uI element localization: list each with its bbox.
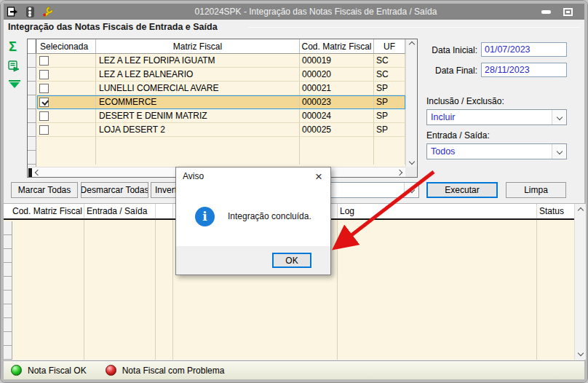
executar-button[interactable]: Executar xyxy=(426,182,498,198)
traffic-light-icon[interactable] xyxy=(21,5,39,18)
data-final-label: Data Final: xyxy=(419,66,477,76)
desmarcar-todas-button[interactable]: Desmarcar Todas xyxy=(81,182,148,198)
entrada-saida-label: Entrada / Saída: xyxy=(426,130,490,141)
cell-matriz: DESERT E DENIM MATRIZ xyxy=(96,109,300,123)
export-icon[interactable] xyxy=(7,60,20,76)
cell-selecionada xyxy=(37,68,96,82)
ok-button[interactable]: OK xyxy=(272,253,311,268)
minimize-button[interactable] xyxy=(538,6,554,17)
result-header-status[interactable]: Status xyxy=(539,206,564,216)
cell-matriz: LOJA DESERT 2 xyxy=(96,123,300,137)
dialog-title: Aviso xyxy=(176,167,330,185)
row-checkbox[interactable] xyxy=(39,125,49,135)
cell-uf: SC xyxy=(374,54,405,68)
status-legend-bar: Nota Fiscal OK Nota Fiscal com Problema xyxy=(4,360,584,379)
maximize-button[interactable] xyxy=(560,6,576,17)
cell-cod: 000023 xyxy=(300,95,374,109)
scroll-up-icon[interactable] xyxy=(406,39,418,50)
column-divider xyxy=(155,204,156,360)
column-divider xyxy=(84,204,84,360)
header-matriz-fiscal[interactable]: Matriz Fiscal xyxy=(96,39,300,53)
row-selector-column xyxy=(28,54,36,167)
marcar-todas-button[interactable]: Marcar Todas xyxy=(11,182,78,198)
cell-selecionada xyxy=(37,82,96,95)
status-ok-label: Nota Fiscal OK xyxy=(28,366,87,376)
groupbox-divider xyxy=(248,27,580,28)
table-body: LEZ A LEZ FLORIPA IGUATM 000019 SC LEZ A… xyxy=(37,54,405,167)
cell-uf: SC xyxy=(374,68,405,82)
limpa-button[interactable]: Limpa xyxy=(506,182,566,198)
dialog-footer: OK xyxy=(176,246,330,275)
table-row-empty xyxy=(37,151,405,165)
result-header-cod[interactable]: Cod. Matriz Fiscal xyxy=(12,206,82,216)
cell-selecionada xyxy=(37,109,96,123)
chevron-down-icon[interactable] xyxy=(404,183,418,197)
entrada-saida-select[interactable]: Todos xyxy=(426,143,567,159)
scroll-down-icon[interactable] xyxy=(406,157,418,167)
cell-uf: SP xyxy=(374,95,405,109)
page-title: Integração das Notas Fiscais de Entrada … xyxy=(8,22,218,32)
scroll-right-icon[interactable] xyxy=(394,167,405,178)
scroll-down-icon[interactable] xyxy=(575,348,587,358)
header-cod-matriz-fiscal[interactable]: Cod. Matriz Fiscal xyxy=(300,39,374,53)
info-icon: i xyxy=(195,207,215,226)
status-ok-icon xyxy=(11,365,22,376)
scroll-up-icon[interactable] xyxy=(575,205,587,216)
row-checkbox[interactable] xyxy=(39,56,49,66)
dialog-message: Integração concluída. xyxy=(228,211,311,221)
row-checkbox[interactable] xyxy=(39,98,49,107)
table-row-selected[interactable]: ECOMMERCE 000023 SP xyxy=(37,95,405,109)
sum-icon[interactable]: Σ xyxy=(9,39,17,55)
table-row-empty xyxy=(37,137,405,151)
entrada-saida-value: Todos xyxy=(427,146,552,157)
table-header: Selecionada Matriz Fiscal Cod. Matriz Fi… xyxy=(28,39,405,54)
cell-matriz: LEZ A LEZ FLORIPA IGUATM xyxy=(96,54,300,68)
cell-cod: 000024 xyxy=(300,109,374,123)
inclusao-exclusao-value: Incluir xyxy=(427,112,552,122)
table-row[interactable]: LUNELLI COMERCIAL AVARE 000021 SP xyxy=(37,82,405,95)
inclusao-exclusao-select[interactable]: Incluir xyxy=(426,109,567,125)
cell-uf: SP xyxy=(374,82,405,95)
aviso-dialog: Aviso × i Integração concluída. OK xyxy=(175,167,331,275)
row-checkbox[interactable] xyxy=(39,84,49,93)
data-final-input[interactable] xyxy=(481,63,567,77)
window-title: 012024SPK - Integração das Notas Fiscais… xyxy=(120,7,512,17)
data-inicial-input[interactable] xyxy=(481,42,567,57)
table-row[interactable]: LOJA DESERT 2 000025 SP xyxy=(37,123,405,137)
wrench-icon[interactable] xyxy=(39,5,56,18)
table-row[interactable]: LEZ A LEZ FLORIPA IGUATM 000019 SC xyxy=(37,54,405,68)
column-divider xyxy=(536,204,537,360)
cell-cod: 000019 xyxy=(300,54,374,68)
header-row-selector xyxy=(28,39,36,53)
cell-cod: 000025 xyxy=(300,123,374,137)
close-icon[interactable]: × xyxy=(311,169,326,183)
result-header-log[interactable]: Log xyxy=(340,206,354,216)
maximize-icon xyxy=(563,8,573,16)
scroll-left-icon[interactable] xyxy=(32,167,44,178)
row-checkbox[interactable] xyxy=(39,111,49,121)
grid-vertical-scrollbar[interactable] xyxy=(405,39,417,167)
table-row[interactable]: DESERT E DENIM MATRIZ 000024 SP xyxy=(37,109,405,123)
titlebar: 012024SPK - Integração das Notas Fiscais… xyxy=(4,4,584,20)
cell-cod: 000020 xyxy=(300,68,374,82)
scrollbar-corner xyxy=(405,167,417,177)
chevron-down-icon[interactable] xyxy=(552,144,566,159)
filter-icon[interactable] xyxy=(9,79,20,91)
table-row[interactable]: LEZ A LEZ BALNEARIO 000020 SC xyxy=(37,68,405,82)
row-checkbox[interactable] xyxy=(39,70,49,79)
result-vertical-scrollbar[interactable] xyxy=(574,204,586,360)
chevron-down-icon[interactable] xyxy=(552,110,566,125)
cell-cod: 000021 xyxy=(300,82,374,95)
exit-icon[interactable] xyxy=(4,5,21,18)
header-selecionada[interactable]: Selecionada xyxy=(36,39,96,53)
cell-matriz: LEZ A LEZ BALNEARIO xyxy=(96,68,300,82)
minimize-icon xyxy=(541,10,551,14)
cell-selecionada xyxy=(37,123,96,137)
status-problem-label: Nota Fiscal com Problema xyxy=(122,366,225,376)
data-inicial-label: Data Inicial: xyxy=(419,45,477,55)
result-header-entrada-saida[interactable]: Entrada / Saída xyxy=(87,206,147,216)
app-window: 012024SPK - Integração das Notas Fiscais… xyxy=(0,0,588,383)
header-uf[interactable]: UF xyxy=(374,39,405,53)
dialog-body: i Integração concluída. xyxy=(176,185,330,248)
status-problem-icon xyxy=(106,365,116,376)
